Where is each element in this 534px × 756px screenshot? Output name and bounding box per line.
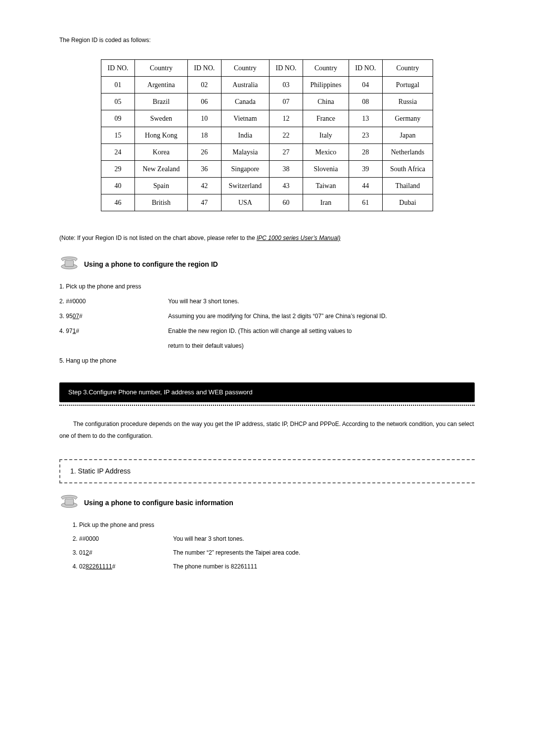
- cell-country: Brazil: [135, 94, 187, 110]
- txt: 07: [73, 313, 79, 320]
- cell-country: Argentina: [135, 77, 187, 94]
- cell-country: New Zealand: [135, 161, 187, 178]
- cell-id: 44: [349, 178, 382, 194]
- cell-id: 05: [101, 94, 135, 110]
- dotted-divider: [59, 405, 475, 406]
- cell-id: 39: [349, 161, 382, 178]
- cell-country: Philippines: [303, 77, 349, 94]
- cell-id: 40: [101, 178, 135, 194]
- txt: 4. 97: [59, 328, 73, 334]
- manual-link[interactable]: IPC 1000 series User’s Manual): [257, 235, 341, 241]
- step-1c-right: Assuming you are modifying for China, th…: [168, 312, 475, 321]
- cell-id: 02: [187, 77, 221, 94]
- list-item: 012# The number “2” represents the Taipe…: [79, 548, 475, 557]
- txt: Pick up the phone and press: [79, 521, 154, 528]
- cell-country: British: [135, 194, 187, 211]
- cell-country: China: [303, 94, 349, 110]
- cell-id: 12: [269, 110, 303, 127]
- cell-id: 15: [101, 127, 135, 144]
- cell-country: Canada: [221, 94, 269, 110]
- step-2c-right: The number “2” represents the Taipei are…: [173, 548, 300, 557]
- phone-heading-2: Using a phone to configure basic informa…: [84, 498, 233, 508]
- cell-country: Singapore: [221, 161, 269, 178]
- cell-id: 27: [269, 144, 303, 161]
- cell-country: Thailand: [382, 178, 433, 194]
- th-country: Country: [382, 60, 433, 77]
- step3-bar: Step 3.Configure Phone number, IP addres…: [59, 382, 475, 402]
- cell-country: Dubai: [382, 194, 433, 211]
- th-id: ID NO.: [349, 60, 382, 77]
- cell-country: Australia: [221, 77, 269, 94]
- list-item: Pick up the phone and press: [79, 520, 475, 529]
- th-country: Country: [135, 60, 187, 77]
- step-2b-left: ##0000: [79, 534, 173, 543]
- cell-country: Italy: [303, 127, 349, 144]
- table-body: 01Argentina02Australia03Philippines04Por…: [101, 77, 433, 211]
- cell-id: 29: [101, 161, 135, 178]
- txt: 82261111: [86, 563, 112, 570]
- phone-heading-row-2: Using a phone to configure basic informa…: [59, 493, 475, 508]
- cell-id: 60: [269, 194, 303, 211]
- phone-icon: [59, 255, 79, 270]
- cell-country: Switzerland: [221, 178, 269, 194]
- cell-country: Slovenia: [303, 161, 349, 178]
- cell-id: 28: [349, 144, 382, 161]
- cell-id: 08: [349, 94, 382, 110]
- step-1c-left: 3. 9507#: [59, 312, 168, 321]
- step-1e: 5. Hang up the phone: [59, 356, 168, 365]
- cell-id: 46: [101, 194, 135, 211]
- phone-icon: [59, 493, 79, 508]
- th-id: ID NO.: [187, 60, 221, 77]
- txt: #: [89, 549, 92, 556]
- step-1b-right: You will hear 3 short tones.: [168, 297, 475, 306]
- cell-country: South Africa: [382, 161, 433, 178]
- cell-id: 38: [269, 161, 303, 178]
- step-1d-right2: return to their default values): [168, 341, 475, 350]
- cell-country: France: [303, 110, 349, 127]
- cell-id: 03: [269, 77, 303, 94]
- th-id: ID NO.: [269, 60, 303, 77]
- list-item: 0282261111# The phone number is 82261111: [79, 562, 475, 571]
- svg-rect-1: [65, 260, 74, 267]
- cell-country: Netherlands: [382, 144, 433, 161]
- note-prefix: (Note:: [59, 235, 77, 241]
- cell-country: Japan: [382, 127, 433, 144]
- cell-country: Hong Kong: [135, 127, 187, 144]
- step-1a: 1. Pick up the phone and press: [59, 282, 168, 291]
- cell-country: Spain: [135, 178, 187, 194]
- steps-block-1: 1. Pick up the phone and press 2. ##0000…: [59, 282, 475, 365]
- cell-country: USA: [221, 194, 269, 211]
- phone-heading-row: Using a phone to configure the region ID: [59, 255, 475, 270]
- txt: 3. 95: [59, 313, 73, 320]
- th-country: Country: [303, 60, 349, 77]
- txt: #: [112, 563, 116, 570]
- cell-country: Malaysia: [221, 144, 269, 161]
- step-1b-left: 2. ##0000: [59, 297, 168, 306]
- table-row: 09Sweden10Vietnam12France13Germany: [101, 110, 433, 127]
- step3-paragraph: The configuration procedure depends on t…: [59, 418, 475, 442]
- table-row: 05Brazil06Canada07China08Russia: [101, 94, 433, 110]
- th-country: Country: [221, 60, 269, 77]
- cell-id: 36: [187, 161, 221, 178]
- step-1d-right: Enable the new region ID. (This action w…: [168, 327, 475, 335]
- th-id: ID NO.: [101, 60, 135, 77]
- intro-text: The Region ID is coded as follows:: [59, 36, 475, 45]
- cell-id: 01: [101, 77, 135, 94]
- txt: 01: [79, 549, 86, 556]
- cell-id: 04: [349, 77, 382, 94]
- cell-country: Sweden: [135, 110, 187, 127]
- cell-country: India: [221, 127, 269, 144]
- region-table: ID NO. Country ID NO. Country ID NO. Cou…: [101, 59, 433, 211]
- cell-country: Germany: [382, 110, 433, 127]
- note-body: If your Region ID is not listed on the c…: [77, 235, 257, 241]
- cell-id: 61: [349, 194, 382, 211]
- step-1d-left: 4. 971#: [59, 327, 168, 335]
- txt: 02: [79, 563, 86, 570]
- table-row: 40Spain42Switzerland43Taiwan44Thailand: [101, 178, 433, 194]
- steps-block-2: Pick up the phone and press ##0000 You w…: [59, 520, 475, 571]
- cell-id: 42: [187, 178, 221, 194]
- list-item: ##0000 You will hear 3 short tones.: [79, 534, 475, 543]
- note-text: (Note: If your Region ID is not listed o…: [59, 234, 475, 242]
- txt: #: [76, 328, 79, 334]
- cell-id: 18: [187, 127, 221, 144]
